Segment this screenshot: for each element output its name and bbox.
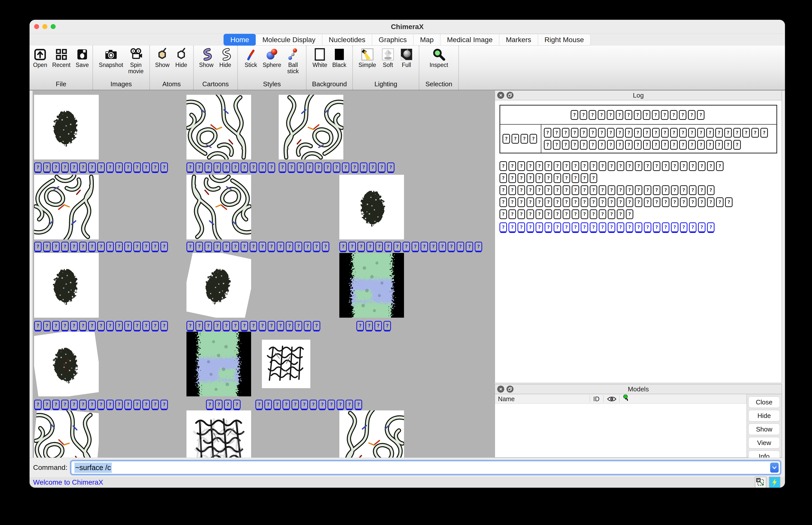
thumbnail-link[interactable]: ??????????????? (34, 400, 169, 411)
structure-thumbnail[interactable] (186, 410, 251, 457)
log-link[interactable]: ???????????????????????? (500, 221, 777, 233)
atoms-hide-button[interactable]: Hide (174, 48, 188, 68)
structure-thumbnail[interactable] (34, 95, 99, 160)
structure-thumbnail[interactable] (339, 410, 404, 457)
log-undock-icon[interactable] (506, 92, 514, 99)
float-window-icon (508, 93, 512, 97)
structure-thumbnail[interactable] (34, 175, 99, 239)
models-panel-header: × Models (495, 384, 782, 394)
command-label: Command: (33, 464, 67, 471)
thumbnail-link[interactable]: ????????????? (279, 163, 396, 174)
toolbar-section-selection: Inspect Selection (419, 46, 459, 90)
log-table-row-label: ???? (503, 136, 539, 141)
tab-right-mouse[interactable]: Right Mouse (538, 34, 591, 46)
structure-thumbnail[interactable] (186, 253, 251, 318)
cartoons-show-button[interactable]: Show (199, 48, 214, 68)
log-content: ??????????????? ???? ???????????????????… (495, 100, 782, 383)
section-label-atoms: Atoms (150, 80, 193, 90)
resize-graphics-button[interactable] (755, 477, 766, 487)
full-lighting-button[interactable]: Full (400, 48, 413, 68)
background-white-button[interactable]: White (312, 48, 327, 68)
tab-markers[interactable]: Markers (499, 34, 538, 46)
thumbnail-link[interactable]: ??????????????? (34, 163, 169, 174)
tab-map[interactable]: Map (413, 34, 440, 46)
soft-cube-icon (381, 48, 395, 61)
structure-thumbnail[interactable] (186, 95, 251, 160)
recent-button[interactable]: Recent (52, 48, 71, 68)
lighting-simple-button[interactable]: Simple (358, 48, 376, 68)
section-label-file: File (30, 80, 92, 90)
models-content: Name ID (495, 394, 782, 457)
toolbar-section-cartoons: Show Hide Cartoons (194, 46, 238, 90)
soft-lighting-icon-button[interactable]: Soft (381, 48, 395, 68)
thumbnail-link[interactable]: ???? (356, 321, 393, 332)
models-hide-button[interactable]: Hide (748, 410, 780, 421)
structure-thumbnail[interactable] (254, 332, 319, 396)
structure-thumbnail[interactable] (339, 175, 404, 239)
status-message: Welcome to ChimeraX (33, 478, 103, 486)
black-swatch-icon (333, 48, 346, 61)
thumbnail-link[interactable]: ???????????????? (186, 242, 331, 253)
benzene-filled-icon (155, 48, 169, 61)
toolbar-section-atoms: Show Hide Atoms (150, 46, 194, 90)
structure-thumbnail[interactable] (186, 332, 251, 396)
log-close-icon[interactable]: × (497, 92, 504, 99)
background-black-button[interactable]: Black (332, 48, 346, 68)
magnifier-icon (432, 48, 446, 61)
structure-thumbnail[interactable] (339, 253, 404, 318)
models-table-header: Name ID (495, 394, 747, 404)
structure-thumbnail[interactable] (279, 95, 343, 160)
atoms-show-button[interactable]: Show (155, 48, 170, 68)
sphere-style-button[interactable]: Sphere (263, 48, 281, 68)
toolbar-filler (459, 46, 785, 90)
log-table-row-text: ?????????????????????? (544, 139, 774, 151)
log-panel-title: Log (495, 91, 782, 99)
visibility-eye-icon (607, 396, 617, 404)
thumbnail-link[interactable]: ???????????? (255, 400, 364, 411)
tab-graphics[interactable]: Graphics (372, 34, 414, 46)
stick-style-button[interactable]: Stick (244, 48, 258, 68)
spin-movie-button[interactable]: Spin movie (128, 48, 143, 74)
window-title: ChimeraX (30, 20, 785, 34)
apple-photo-icon (400, 48, 413, 61)
models-table: Name ID (495, 394, 747, 457)
thumbnail-link[interactable]: ?????????? (186, 163, 277, 174)
models-view-button[interactable]: View (748, 437, 780, 449)
log-table-row-text: ????????????????????????? (544, 126, 774, 139)
tab-home[interactable]: Home (224, 34, 256, 46)
snapshot-button[interactable]: Snapshot (99, 48, 123, 68)
tab-medical-image[interactable]: Medical Image (440, 34, 499, 46)
thumbnail-link[interactable]: ???????????????? (339, 242, 484, 253)
models-undock-icon[interactable] (506, 386, 514, 393)
ball-stick-style-button[interactable]: Ball stick (286, 48, 300, 74)
thumbnail-link[interactable]: ??????????????? (186, 321, 322, 332)
open-button[interactable]: Open (33, 48, 47, 68)
models-close-icon[interactable]: × (497, 386, 504, 393)
thumbnail-link[interactable]: ???? (206, 400, 242, 411)
chevron-down-icon (772, 465, 777, 470)
thumbnail-link[interactable]: ??????????????? (34, 321, 169, 332)
main-canvas: ??????????????? ?????????? ?????????????… (33, 90, 495, 457)
models-show-button[interactable]: Show (748, 423, 780, 435)
command-history-dropdown[interactable] (770, 463, 779, 472)
models-name-column: Name (498, 395, 515, 403)
models-close-button[interactable]: Close (748, 396, 780, 408)
command-input[interactable]: ~surface /c (70, 460, 781, 475)
fast-mode-button[interactable] (769, 477, 780, 487)
lightning-icon (770, 478, 779, 487)
tab-molecule-display[interactable]: Molecule Display (256, 34, 322, 46)
expand-icon (756, 477, 766, 487)
save-button[interactable]: Save (75, 48, 89, 68)
ribbon-outline-icon (218, 48, 232, 61)
movie-camera-icon (129, 48, 142, 61)
structure-thumbnail[interactable] (34, 410, 99, 457)
cartoons-hide-button[interactable]: Hide (218, 48, 232, 68)
status-bar: Welcome to ChimeraX (30, 477, 785, 487)
inspect-button[interactable]: Inspect (430, 48, 448, 68)
structure-thumbnail[interactable] (34, 253, 99, 318)
structure-thumbnail[interactable] (34, 332, 99, 396)
home-toolbar: Open Recent (30, 46, 785, 90)
tab-nucleotides[interactable]: Nucleotides (322, 34, 372, 46)
thumbnail-link[interactable]: ??????????????? (34, 242, 169, 253)
structure-thumbnail[interactable] (186, 175, 251, 239)
